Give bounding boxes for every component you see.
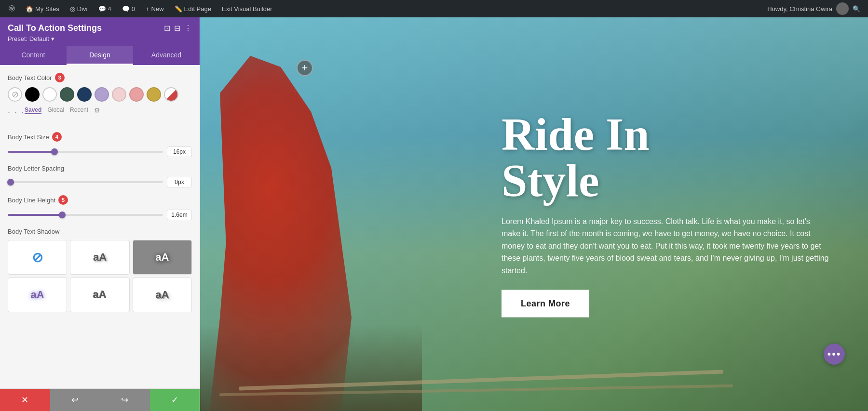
body-letter-spacing-slider-row: 0px — [8, 177, 192, 187]
my-sites-label: My Sites — [35, 5, 59, 13]
hero-content: Ride In Style Lorem Khaled Ipsum is a ma… — [502, 111, 829, 318]
bubble-icon: 💬 — [98, 5, 106, 13]
exit-label: Exit Visual Builder — [222, 5, 272, 13]
color-gold[interactable] — [147, 87, 161, 102]
avatar[interactable] — [836, 2, 849, 15]
bubble-button[interactable]: 💬 4 — [94, 0, 116, 17]
comment-button[interactable]: 🗨️ 0 — [117, 0, 140, 17]
tab-design[interactable]: Design — [67, 46, 133, 65]
bubble-count: 4 — [108, 5, 111, 13]
body-text-color-section: Body Text Color 3 — [8, 73, 192, 82]
color-black[interactable] — [25, 87, 40, 102]
tab-advanced[interactable]: Advanced — [133, 46, 200, 65]
divi-button[interactable]: ◎ Divi — [65, 0, 93, 17]
plus-icon: + — [302, 62, 308, 74]
edit-page-label: Edit Page — [184, 5, 211, 13]
body-line-height-label: Body Line Height — [8, 197, 55, 204]
body-line-height-badge: 5 — [58, 195, 68, 205]
tab-content[interactable]: Content — [0, 46, 67, 65]
user-greeting: Howdy, Christina Gwira — [767, 5, 832, 13]
color-tab-global[interactable]: Global — [47, 106, 64, 114]
color-tab-recent[interactable]: Recent — [70, 106, 88, 114]
shadow-option-4[interactable]: aA — [70, 278, 129, 312]
wp-icon-button[interactable]: ⓦ — [4, 0, 20, 17]
color-dark-blue[interactable] — [77, 87, 92, 102]
sidebar-title-row: Call To Action Settings ⊡ ⊟ ⋮ — [8, 23, 192, 33]
new-button[interactable]: + New — [141, 0, 169, 17]
body-letter-spacing-slider[interactable] — [8, 181, 163, 183]
add-section-button[interactable]: + — [297, 60, 313, 76]
undo-button[interactable]: ↩ — [50, 389, 100, 411]
body-letter-spacing-section: Body Letter Spacing 0px — [8, 165, 192, 187]
sidebar-footer: ✕ ↩ ↪ ✓ — [0, 388, 200, 411]
body-line-height-slider[interactable] — [8, 214, 163, 216]
body-text-shadow-label: Body Text Shadow — [8, 228, 59, 235]
top-bar-right: Howdy, Christina Gwira 🔍 — [767, 2, 864, 15]
color-custom[interactable] — [164, 87, 178, 102]
hero-title: Ride In Style — [502, 111, 829, 203]
sidebar-header: Call To Action Settings ⊡ ⊟ ⋮ Preset: De… — [0, 17, 200, 46]
body-text-size-section: Body Text Size 4 16px — [8, 132, 192, 157]
body-letter-spacing-value[interactable]: 0px — [167, 177, 192, 187]
color-dark-green[interactable] — [60, 87, 74, 102]
cta-button[interactable]: Learn More — [502, 290, 589, 318]
top-bar: ⓦ 🏠 My Sites ◎ Divi 💬 4 🗨️ 0 + New ✏️ Ed… — [0, 0, 868, 17]
body-line-height-value[interactable]: 1.6em — [167, 210, 192, 220]
body-letter-spacing-label: Body Letter Spacing — [8, 165, 64, 172]
my-sites-button[interactable]: 🏠 My Sites — [21, 0, 64, 17]
body-text-color-label: Body Text Color — [8, 74, 52, 81]
body-line-height-fill — [8, 214, 62, 216]
color-transparent[interactable]: ⊘ — [8, 87, 22, 102]
body-text-size-fill — [8, 151, 54, 153]
body-line-height-label-row: Body Line Height 5 — [8, 195, 192, 205]
color-tab-saved[interactable]: Saved — [25, 106, 41, 114]
figure-silhouette-container — [200, 17, 422, 411]
more-options-icon[interactable]: ⋮ — [184, 24, 192, 33]
sites-icon: 🏠 — [26, 5, 33, 13]
body-letter-spacing-label-row: Body Letter Spacing — [8, 165, 192, 172]
color-settings-icon[interactable]: ⚙ — [94, 106, 100, 114]
confirm-button[interactable]: ✓ — [150, 389, 200, 411]
expand-icon[interactable]: ⊟ — [174, 24, 180, 33]
preset-label: Preset: Default — [8, 35, 49, 42]
plus-icon: + — [146, 5, 149, 13]
cancel-button[interactable]: ✕ — [0, 389, 50, 411]
body-text-size-slider-row: 16px — [8, 146, 192, 157]
body-text-size-slider[interactable] — [8, 151, 163, 153]
body-text-size-value[interactable]: 16px — [167, 146, 192, 157]
color-lavender[interactable] — [95, 87, 109, 102]
body-text-size-thumb[interactable] — [51, 148, 58, 155]
redo-button[interactable]: ↪ — [100, 389, 150, 411]
edit-page-button[interactable]: ✏️ Edit Page — [170, 0, 216, 17]
body-text-size-badge: 4 — [52, 132, 62, 142]
dots-icon: ••• — [827, 348, 841, 360]
body-text-shadow-label-row: Body Text Shadow — [8, 228, 192, 235]
body-text-size-label-row: Body Text Size 4 — [8, 132, 192, 142]
hero-body: Lorem Khaled Ipsum is a major key to suc… — [502, 215, 829, 277]
color-light-pink[interactable] — [112, 87, 126, 102]
comment-icon: 🗨️ — [122, 5, 130, 13]
body-line-height-thumb[interactable] — [59, 212, 66, 218]
comment-count: 0 — [132, 5, 135, 13]
shadow-option-2[interactable]: aA — [133, 240, 192, 275]
search-icon[interactable]: 🔍 — [853, 5, 860, 13]
shadow-option-5[interactable]: aA — [133, 278, 192, 312]
main-layout: Call To Action Settings ⊡ ⊟ ⋮ Preset: De… — [0, 0, 868, 411]
color-pink[interactable] — [129, 87, 144, 102]
exit-builder-button[interactable]: Exit Visual Builder — [217, 0, 277, 17]
color-swatches: ⊘ — [8, 87, 192, 102]
preset-row[interactable]: Preset: Default ▾ — [8, 35, 192, 42]
more-colors-dots[interactable]: · · · — [8, 107, 25, 117]
body-letter-spacing-thumb[interactable] — [7, 179, 14, 186]
color-white[interactable] — [42, 87, 57, 102]
shadow-none[interactable]: ⊘ — [8, 240, 67, 275]
sidebar-header-icons: ⊡ ⊟ ⋮ — [164, 24, 192, 33]
top-bar-left: ⓦ 🏠 My Sites ◎ Divi 💬 4 🗨️ 0 + New ✏️ Ed… — [4, 0, 767, 17]
shadow-option-1[interactable]: aA — [70, 240, 129, 275]
new-label: New — [151, 5, 164, 13]
minimize-icon[interactable]: ⊡ — [164, 24, 170, 33]
shadow-option-3[interactable]: aA — [8, 278, 67, 312]
fab-menu-button[interactable]: ••• — [824, 344, 845, 365]
canvas-area: + Ride In Style Lorem Khaled Ipsum is a … — [200, 17, 868, 411]
body-text-size-label: Body Text Size — [8, 133, 49, 141]
